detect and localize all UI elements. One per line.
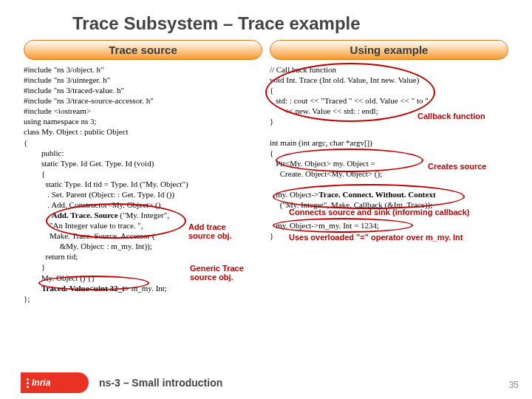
- logo: Inria: [21, 372, 89, 393]
- code-line: static Type. Id tid = Type. Id ("My. Obj…: [41, 179, 262, 189]
- left-code: #include "ns 3/object. h" #include "ns 3…: [24, 64, 262, 304]
- left-column: Trace source #include "ns 3/object. h" #…: [24, 40, 262, 304]
- callout-connects: Connects source and sink (informing call…: [289, 208, 503, 216]
- right-code: // Call back function void Int. Trace (I…: [270, 64, 508, 241]
- callout-add-trace: Add trace source obj.: [188, 222, 240, 240]
- code-line: #include "ns 3/traced-value. h": [24, 85, 262, 95]
- code-line: my. Object->Trace. Connect. Without. Con…: [270, 189, 508, 200]
- code-line: . Add. Trace. Source ("My. Integer",: [41, 210, 262, 220]
- code-line: {: [270, 85, 508, 95]
- columns: Trace source #include "ns 3/object. h" #…: [21, 40, 511, 304]
- code-line: my. Object->m_my. Int = 1234;: [270, 220, 508, 231]
- code-line: #include "ns 3/uinteger. h": [24, 75, 262, 85]
- code-line: int main (int argc, char *argv[]): [270, 137, 508, 148]
- code-line: #include <iostream>: [24, 106, 262, 116]
- code-line: {: [270, 148, 508, 158]
- code-line: class My. Object : public Object: [24, 126, 262, 137]
- slide-title: Trace Subsystem – Trace example: [72, 13, 511, 34]
- code-line: return tid;: [41, 251, 262, 262]
- code-blank: [270, 126, 508, 137]
- code-line: public:: [41, 148, 262, 158]
- add-trace-source: Add. Trace. Source: [52, 211, 118, 219]
- code-line: void Int. Trace (Int old. Value, Int new…: [270, 75, 508, 85]
- trace-connect: Trace. Connect. Without. Context: [318, 190, 435, 199]
- callout-overload: Uses overloaded "=" operator over m_my. …: [289, 233, 503, 242]
- code-blank: [270, 179, 508, 189]
- logo-text: Inria: [32, 378, 50, 388]
- code-line: {: [24, 137, 262, 148]
- code-line: #include "ns 3/object. h": [24, 64, 262, 75]
- footer-title: ns-3 – Small introduction: [99, 377, 222, 389]
- code-line: };: [24, 293, 262, 304]
- right-tab: Using example: [270, 40, 508, 60]
- slide: Trace Subsystem – Trace example Trace so…: [0, 0, 532, 399]
- code-line: . Set. Parent (Object: : Get. Type. Id (…: [41, 189, 262, 200]
- callout-generic: Generic Trace source obj.: [190, 264, 249, 282]
- callout-creates: Creates source: [428, 162, 487, 171]
- footer: Inria ns-3 – Small introduction: [0, 366, 532, 399]
- code-line: using namespace ns 3;: [24, 116, 262, 126]
- code-line: // Call back function: [270, 64, 508, 75]
- code-line: std: : cout << "Traced " << old. Value <…: [270, 95, 508, 106]
- code-line: &My. Object: : m_my. Int));: [41, 241, 262, 251]
- code-line: #include "ns 3/trace-source-accessor. h": [24, 95, 262, 106]
- logo-dots-icon: [27, 378, 29, 388]
- code-line: static Type. Id Get. Type. Id (void): [41, 158, 262, 168]
- traced-value: Traced. Value<uint 32_t>: [41, 284, 129, 293]
- left-tab: Trace source: [24, 40, 262, 60]
- right-column: Using example // Call back function void…: [270, 40, 508, 304]
- callout-callback: Callback function: [417, 112, 485, 120]
- page-number: 35: [509, 380, 519, 390]
- code-line: {: [41, 168, 262, 179]
- code-line: Traced. Value<uint 32_t> m_my. Int;: [41, 283, 262, 293]
- code-line: . Add. Constructor<My. Object> (): [41, 200, 262, 210]
